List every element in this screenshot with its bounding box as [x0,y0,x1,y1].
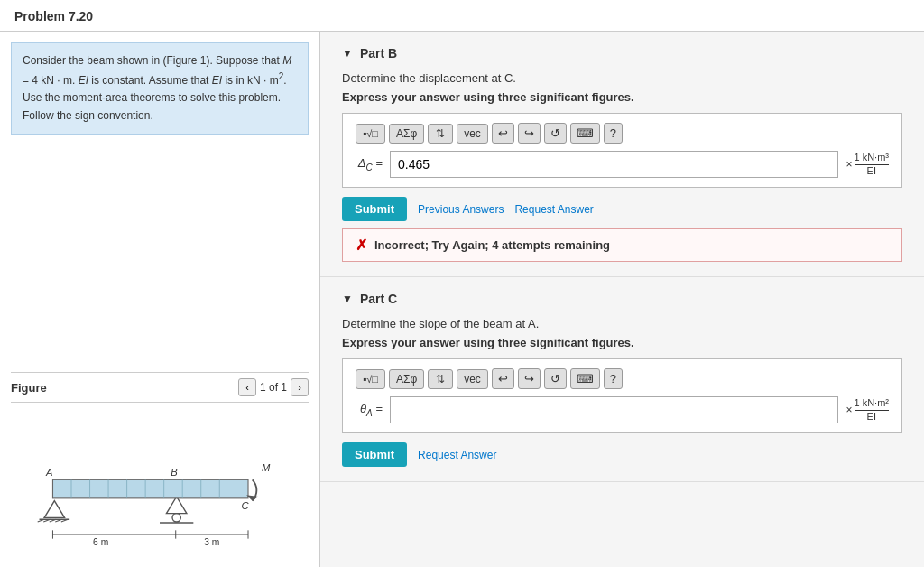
svg-text:B: B [171,467,178,478]
toolbar-c-matrix-btn[interactable]: ▪√□ [356,369,385,389]
part-b-answer-box: ▪√□ ΑΣφ ⇅ vec ↩ ↪ ↺ ⌨ ? ΔC = [342,113,902,188]
toolbar-matrix-btn[interactable]: ▪√□ [356,124,385,144]
part-b-input-row: ΔC = × 1 kN·m³ EI [356,151,889,178]
svg-text:3 m: 3 m [204,537,219,547]
part-c-input-row: θA = × 1 kN·m² EI [356,396,889,423]
error-icon: ✗ [356,237,367,254]
beam-svg: A B M C 6 m [18,421,301,547]
figure-nav-label: 1 of 1 [260,381,287,394]
part-c-section: ▼ Part C Determine the slope of the beam… [320,277,924,482]
toolbar-undo-btn[interactable]: ↩ [492,123,514,144]
part-c-answer-box: ▪√□ ΑΣφ ⇅ vec ↩ ↪ ↺ ⌨ ? θA = [342,358,902,433]
part-c-input[interactable] [390,396,838,423]
beam-diagram: A B M C 6 m [11,412,309,556]
part-b-unit-denominator: EI [867,165,876,177]
part-c-unit: × 1 kN·m² EI [845,397,889,423]
toolbar-c-refresh-btn[interactable]: ↺ [544,368,567,389]
part-c-input-label: θA = [356,402,383,418]
part-c-unit-denominator: EI [867,411,876,423]
part-b-unit: × 1 kN·m³ EI [845,152,889,177]
part-b-instruction: Express your answer using three signific… [342,90,902,104]
part-c-toolbar: ▪√□ ΑΣφ ⇅ vec ↩ ↪ ↺ ⌨ ? [356,368,889,389]
toolbar-keyboard-btn[interactable]: ⌨ [570,123,600,144]
part-c-submit-btn[interactable]: Submit [342,442,407,467]
toolbar-updown-btn[interactable]: ⇅ [428,124,453,144]
toolbar-c-undo-btn[interactable]: ↩ [492,368,514,389]
toolbar-c-redo-btn[interactable]: ↪ [518,368,541,389]
figure-header: Figure ‹ 1 of 1 › [11,372,309,403]
part-b-label: Part B [360,46,397,60]
part-b-error-message: Incorrect; Try Again; 4 attempts remaini… [374,238,610,252]
part-b-description: Determine the displacement at C. [342,71,902,85]
toolbar-refresh-btn[interactable]: ↺ [544,123,567,144]
toolbar-c-vec-btn[interactable]: vec [457,369,488,389]
part-c-action-row: Submit Request Answer [342,442,902,467]
part-b-error-box: ✗ Incorrect; Try Again; 4 attempts remai… [342,228,902,262]
figure-prev-btn[interactable]: ‹ [238,378,256,396]
svg-text:A: A [45,467,52,478]
toolbar-c-ασφ-btn[interactable]: ΑΣφ [389,369,424,389]
part-b-toggle[interactable]: ▼ [342,47,353,60]
figure-next-btn[interactable]: › [291,378,309,396]
toolbar-help-btn[interactable]: ? [604,123,623,144]
svg-point-8 [172,514,180,522]
svg-text:C: C [242,500,250,511]
toolbar-c-keyboard-btn[interactable]: ⌨ [570,368,600,389]
toolbar-c-updown-btn[interactable]: ⇅ [428,369,453,389]
problem-text: Consider the beam shown in (Figure 1). S… [11,42,309,135]
part-b-toolbar: ▪√□ ΑΣφ ⇅ vec ↩ ↪ ↺ ⌨ ? [356,123,889,144]
svg-marker-7 [166,497,186,514]
part-c-label: Part C [360,292,397,306]
figure-nav: ‹ 1 of 1 › [238,378,309,396]
part-b-section: ▼ Part B Determine the displacement at C… [320,32,924,277]
toolbar-vec-btn[interactable]: vec [457,124,488,144]
part-b-input-label: ΔC = [356,156,383,172]
figure-title: Figure [11,381,47,395]
part-c-unit-numerator: 1 kN·m² [855,397,890,411]
part-c-description: Determine the slope of the beam at A. [342,317,902,330]
svg-text:M: M [262,462,271,473]
part-c-header: ▼ Part C [342,292,902,306]
part-b-previous-answers-link[interactable]: Previous Answers [418,203,504,216]
svg-marker-0 [44,501,64,518]
part-b-request-answer-link[interactable]: Request Answer [514,203,593,216]
part-b-submit-btn[interactable]: Submit [342,197,407,221]
svg-rect-10 [52,479,248,498]
svg-text:6 m: 6 m [93,537,108,547]
part-b-header: ▼ Part B [342,46,902,60]
part-b-input[interactable] [390,151,838,178]
part-c-toggle[interactable]: ▼ [342,293,353,305]
problem-title: Problem 7.20 [14,9,93,23]
toolbar-ασφ-btn[interactable]: ΑΣφ [389,124,424,144]
part-c-request-answer-link[interactable]: Request Answer [418,449,496,461]
toolbar-c-help-btn[interactable]: ? [604,368,623,389]
part-c-instruction: Express your answer using three signific… [342,336,902,349]
problem-text-content: Consider the beam shown in (Figure 1). S… [23,54,291,122]
toolbar-redo-btn[interactable]: ↪ [518,123,541,144]
part-b-action-row: Submit Previous Answers Request Answer [342,197,902,221]
part-b-unit-numerator: 1 kN·m³ [855,152,890,165]
